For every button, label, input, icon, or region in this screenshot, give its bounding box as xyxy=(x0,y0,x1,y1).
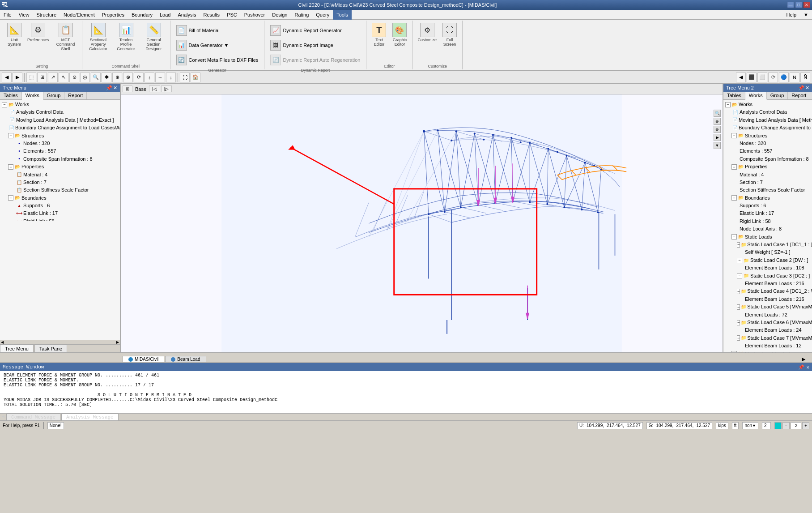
tb2-right7[interactable]: N̄ xyxy=(800,73,810,82)
bill-of-material-button[interactable]: 📄 Bill of Material xyxy=(173,23,262,38)
tree-right-supports[interactable]: Supports : 6 xyxy=(724,202,811,209)
view-btn-top[interactable]: |▷ xyxy=(161,86,172,92)
tb2-right1[interactable]: ◀ xyxy=(736,73,746,82)
sectional-property-button[interactable]: 📐 Sectional PropertyCalculator xyxy=(85,21,112,53)
status-value[interactable]: 2 xyxy=(762,422,771,429)
tb2-right5[interactable]: 🔵 xyxy=(779,73,789,82)
tb2-btn9[interactable]: ⊕ xyxy=(112,73,122,82)
msg-pin[interactable]: 📌 xyxy=(798,364,804,370)
tree-right-mla-folder[interactable]: − 📂 Moving Load Analysis xyxy=(724,350,811,353)
bottom-tab-task-pane[interactable]: Task Pane xyxy=(34,345,67,352)
tree-right-slc2[interactable]: − 📁 Static Load Case 2 [DW : ] xyxy=(724,256,811,264)
tb2-btn2[interactable]: ⊞ xyxy=(37,73,47,82)
tb2-btn15[interactable]: ⛶ xyxy=(180,73,190,82)
tb2-btn13[interactable]: → xyxy=(155,73,165,82)
expand-structures[interactable]: − xyxy=(8,133,13,138)
tree-right-comp-span[interactable]: Composite Span Information : 8 xyxy=(724,155,811,163)
status-plus-btn[interactable]: + xyxy=(802,422,809,429)
menu-query[interactable]: Query xyxy=(312,10,333,20)
tree-right-nodes[interactable]: Nodes : 320 xyxy=(724,140,811,147)
tree-item-elements[interactable]: • Elements : 557 xyxy=(1,147,119,155)
data-generator-button[interactable]: 📊 Data Generator ▼ xyxy=(173,38,262,52)
dynamic-report-image-button[interactable]: 🖼 Dynamic Report Image xyxy=(267,38,363,52)
tree-right-slc5[interactable]: − 📁 Static Load Case 5 [MVmaxMVLMys...] xyxy=(724,303,811,311)
tree-right-struct-expand[interactable]: − xyxy=(731,133,737,138)
tree-right-elements[interactable]: Elements : 557 xyxy=(724,147,811,155)
tree-right-slc5-expand[interactable]: − xyxy=(737,304,740,310)
close-button[interactable]: ✕ xyxy=(803,2,810,8)
tree-right-slc1-sw[interactable]: Self Weight [ SZ=-1 ] xyxy=(724,248,811,256)
tree-right-elastic[interactable]: Elastic Link : 17 xyxy=(724,209,811,217)
tree-right-slc6-ebl[interactable]: Element Beam Loads : 24 xyxy=(724,326,811,334)
tb2-right4[interactable]: ⟳ xyxy=(768,73,778,82)
menu-design[interactable]: Design xyxy=(268,10,291,20)
general-section-button[interactable]: 📏 General SectionDesigner xyxy=(140,21,167,53)
maximize-button[interactable]: □ xyxy=(795,2,802,8)
unit-system-button[interactable]: 📐 UnitSystem xyxy=(4,21,24,48)
tree-right-slc7-ebl[interactable]: Element Beam Loads : 12 xyxy=(724,342,811,350)
menu-boundary[interactable]: Boundary xyxy=(128,10,156,20)
view-tab-midas-civil[interactable]: MIDAS/Civil xyxy=(123,356,164,362)
tree-right-slc7-expand[interactable]: − xyxy=(737,335,740,341)
tree-right-mla-expand[interactable]: − xyxy=(731,351,737,352)
tree-right-slc3-expand[interactable]: − xyxy=(737,273,742,278)
tree-scroll-left[interactable]: ◀ xyxy=(1,340,4,344)
menu-view[interactable]: View xyxy=(15,10,33,20)
status-unit-ft[interactable]: ft xyxy=(732,422,739,429)
tree-item-analysis-control[interactable]: 📄 Analysis Control Data xyxy=(1,108,119,116)
view-btn-front[interactable]: |◁ xyxy=(149,86,160,92)
right-panel-btn1[interactable]: 🔍 xyxy=(714,110,721,117)
right-panel-btn5[interactable]: ▼ xyxy=(714,142,721,149)
tendon-profile-button[interactable]: 📊 Tendon ProfileGenerator xyxy=(113,21,140,53)
tree-item-supports[interactable]: ▲ Supports : 6 xyxy=(1,202,119,209)
tb2-btn10[interactable]: ⊗ xyxy=(123,73,133,82)
view-btn-base[interactable]: ⊞ xyxy=(123,86,132,92)
tree-right-slc3[interactable]: − 📁 Static Load Case 3 [DC2 : ] xyxy=(724,272,811,280)
tree-item-material[interactable]: 📋 Material : 4 xyxy=(1,171,119,179)
expand-works[interactable]: − xyxy=(2,102,7,107)
tb2-btn12[interactable]: ↕ xyxy=(145,73,154,82)
tree-close-right[interactable]: ✕ xyxy=(805,85,809,91)
tree-item-moving-load[interactable]: 📄 Moving Load Analysis Data [ Method=Exa… xyxy=(1,116,119,124)
customize-button[interactable]: ⚙ Customize xyxy=(415,21,439,44)
tree-tab-works[interactable]: Works xyxy=(22,92,43,100)
tree-tab-group[interactable]: Group xyxy=(43,92,65,99)
tree-right-slc3-ebl[interactable]: Element Beam Loads : 216 xyxy=(724,280,811,287)
tree-right-slc4-expand[interactable]: − xyxy=(737,289,740,294)
dynamic-report-generator-button[interactable]: 📈 Dynamic Report Generator xyxy=(267,23,363,38)
tree-right-node-local[interactable]: Node Local Axis : 8 xyxy=(724,225,811,233)
tree-right-slc1-expand[interactable]: − xyxy=(737,242,740,248)
view-tab-scroll-right[interactable]: ▶ xyxy=(802,356,805,362)
tree-right-works-expand[interactable]: − xyxy=(725,102,731,107)
status-unit-kips[interactable]: kips xyxy=(716,422,728,429)
bottom-tab-tree-menu[interactable]: Tree Menu xyxy=(0,345,34,352)
msg-tab-command[interactable]: Command Message xyxy=(6,414,60,420)
tree-scroll-right[interactable]: ▶ xyxy=(116,340,119,344)
tree-right-structures[interactable]: − 📂 Structures xyxy=(724,132,811,140)
menu-rating[interactable]: Rating xyxy=(291,10,312,20)
tree-item-section[interactable]: 📋 Section : 7 xyxy=(1,179,119,186)
tree-tab-right-tables[interactable]: Tables xyxy=(723,92,745,99)
tree-right-section[interactable]: Section : 7 xyxy=(724,179,811,186)
expand-boundaries[interactable]: − xyxy=(8,195,13,201)
tree-right-analysis[interactable]: 📄 Analysis Control Data xyxy=(724,108,811,116)
tb2-btn11[interactable]: ⟳ xyxy=(134,73,144,82)
menu-help[interactable]: Help xyxy=(782,10,800,20)
menu-properties[interactable]: Properties xyxy=(98,10,128,20)
tree-right-works[interactable]: − 📂 Works xyxy=(724,101,811,108)
tree-item-nodes[interactable]: • Nodes : 320 xyxy=(1,140,119,147)
tree-item-structures[interactable]: − 📂 Structures xyxy=(1,132,119,140)
tb2-btn7[interactable]: 🔍 xyxy=(91,73,101,82)
menu-results[interactable]: Results xyxy=(200,10,223,20)
mct-command-button[interactable]: 📋 MCT CommandShell xyxy=(52,21,79,53)
menu-load[interactable]: Load xyxy=(156,10,174,20)
tb2-btn6[interactable]: ◎ xyxy=(80,73,90,82)
tree-right-mla[interactable]: 📄 Moving Load Analysis Data [ Metho... xyxy=(724,116,811,124)
tb2-back[interactable]: ◀ xyxy=(2,73,12,82)
msg-scroll-left[interactable]: ◀ xyxy=(0,414,6,420)
tree-tab-right-works[interactable]: Works xyxy=(745,92,767,100)
tree-right-slc2-expand[interactable]: − xyxy=(737,258,742,263)
tree-item-works[interactable]: − 📂 Works xyxy=(1,101,119,108)
status-extra[interactable]: non ▼ xyxy=(742,422,758,429)
menu-help-dropdown[interactable]: ▼ xyxy=(800,10,812,20)
